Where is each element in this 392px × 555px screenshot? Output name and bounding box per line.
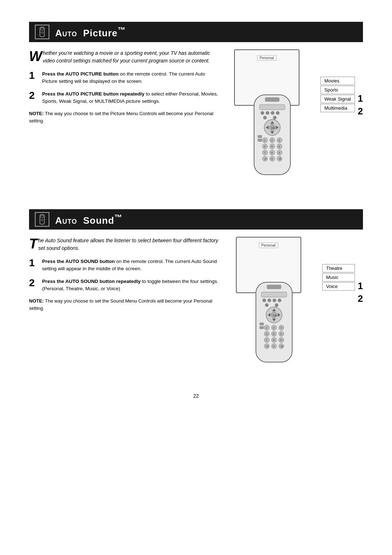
auto-picture-title: Auto Picture™ [55,25,126,39]
svg-text:3: 3 [280,326,282,329]
svg-rect-48 [258,139,262,142]
menu-item-movies: Movies [320,77,355,85]
auto-sound-step-indicators: 1 2 [358,280,363,304]
svg-text:0: 0 [273,345,275,348]
svg-text:4: 4 [264,145,266,148]
svg-rect-97 [260,326,264,329]
menu-item-multimedia: Multimedia [320,104,355,112]
svg-rect-8 [265,97,279,102]
svg-text:1: 1 [264,139,266,142]
svg-rect-47 [258,135,262,138]
svg-point-51 [42,219,42,219]
svg-text:2: 2 [271,139,273,142]
svg-point-55 [42,221,42,222]
auto-picture-tv-remote: Personal [234,49,318,180]
svg-point-62 [278,299,281,302]
svg-text:⊕: ⊕ [281,345,283,348]
svg-point-4 [42,32,42,33]
svg-text:2: 2 [273,326,275,329]
svg-point-63 [265,303,269,307]
svg-text:8: 8 [271,151,273,154]
svg-text:7: 7 [264,151,266,154]
auto-sound-text: The Auto Sound feature allows the listen… [29,237,229,368]
auto-sound-icon-box [35,212,49,227]
menu-item-theatre: Theatre [322,264,355,272]
svg-text:9: 9 [280,339,282,342]
svg-text:⊖: ⊖ [264,157,267,161]
auto-picture-step-indicators: 1 2 [358,93,363,117]
svg-text:6: 6 [280,332,282,336]
auto-picture-intro: Whether you're watching a movie or a spo… [29,49,220,65]
auto-picture-step2-content: Press the AUTO PICTURE button repeatedly… [42,90,220,105]
auto-sound-body: The Auto Sound feature allows the listen… [29,237,363,368]
auto-sound-tv-remote: Personal [236,237,319,368]
auto-sound-menu-list: TheatreMusicVoice [322,264,355,291]
remote-icon-sound [37,214,47,224]
svg-text:5: 5 [273,332,275,336]
svg-point-61 [273,299,276,302]
auto-picture-icon-box [35,25,49,39]
svg-point-52 [41,220,41,220]
auto-sound-note: NOTE: The way you choose to set the Soun… [29,297,221,312]
auto-sound-menu: TheatreMusicVoice [319,250,355,291]
svg-rect-96 [260,323,264,325]
remote-icon [37,27,47,37]
svg-text:9: 9 [278,151,280,154]
svg-point-64 [275,303,278,307]
auto-picture-text: Whether you're watching a movie or a spo… [29,49,227,180]
svg-text:1: 1 [266,326,268,329]
svg-rect-9 [260,105,285,110]
auto-picture-note: NOTE: The way you choose to set the Pict… [29,110,220,124]
svg-text:7: 7 [266,339,268,342]
section-divider [29,191,363,198]
auto-picture-body: Whether you're watching a movie or a spo… [29,49,363,180]
menu-item-weak-signal: Weak Signal [320,95,355,103]
auto-sound-step1: 1 Press the AUTO SOUND button on the rem… [29,258,221,273]
auto-sound-intro: The Auto Sound feature allows the listen… [29,237,221,252]
auto-sound-step1-content: Press the AUTO SOUND button on the remot… [42,258,221,273]
auto-picture-section: Auto Picture™ Whether you're watching a … [29,22,363,180]
auto-picture-header: Auto Picture™ [29,22,363,42]
auto-sound-visual: Personal [236,237,363,368]
auto-picture-visual: Personal [234,49,363,180]
svg-point-6 [42,33,42,34]
auto-sound-header: Auto Sound™ [29,209,363,230]
menu-item-voice: Voice [322,282,355,291]
remote-svg: OK 1 2 3 4 5 [249,93,296,177]
auto-picture-step2: 2 Press the AUTO PICTURE button repeated… [29,90,220,105]
svg-text:OK: OK [273,314,277,317]
auto-sound-step2-content: Press the AUTO SOUND button repeatedly t… [42,278,221,293]
svg-point-14 [263,116,267,119]
menu-item-sports: Sports [320,86,355,94]
auto-picture-menu: MoviesSportsWeak SignalMultimedia [318,62,355,113]
auto-sound-title: Auto Sound™ [55,213,122,226]
svg-text:5: 5 [271,145,273,148]
menu-item-music: Music [322,273,355,281]
svg-point-2 [42,31,42,32]
svg-point-60 [268,299,271,302]
remote-svg-sound: OK 1 2 3 4 5 6 [250,280,298,364]
svg-point-15 [273,116,277,119]
svg-point-11 [266,111,269,115]
auto-picture-step1: 1 Press the AUTO PICTURE button on the r… [29,70,220,85]
svg-rect-50 [41,215,44,217]
svg-text:OK: OK [271,126,275,130]
auto-sound-section: Auto Sound™ The Auto Sound feature allow… [29,209,363,368]
svg-text:8: 8 [273,339,275,342]
auto-picture-remote: OK 1 2 3 4 5 [249,93,296,177]
svg-point-54 [43,220,44,220]
auto-sound-remote: OK 1 2 3 4 5 6 [250,280,298,364]
page: Auto Picture™ Whether you're watching a … [0,0,392,555]
svg-point-12 [271,111,274,115]
svg-rect-1 [41,28,44,30]
svg-text:6: 6 [278,145,280,148]
svg-text:⊕: ⊕ [279,157,281,161]
svg-point-59 [262,299,266,302]
svg-rect-58 [261,292,287,297]
auto-picture-menu-list: MoviesSportsWeak SignalMultimedia [320,77,355,113]
svg-text:⊖: ⊖ [266,345,269,348]
svg-point-53 [42,220,42,220]
svg-point-3 [41,32,41,33]
svg-point-10 [261,111,264,115]
svg-rect-57 [267,285,281,289]
